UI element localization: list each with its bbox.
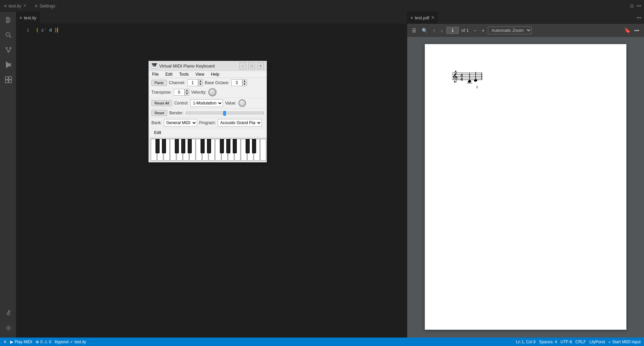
black-key-27[interactable]: [252, 139, 256, 153]
midi-value-knob[interactable]: [238, 99, 246, 107]
tab-close-button[interactable]: ×: [23, 3, 26, 8]
line-numbers: 1: [16, 24, 33, 338]
midi-reset-all-button[interactable]: Reset All: [151, 100, 172, 106]
pdf-page-input[interactable]: [446, 27, 459, 34]
midi-channel-label: Channel:: [169, 80, 185, 85]
black-key-22[interactable]: [233, 139, 237, 153]
piano-keyboard[interactable]: [151, 139, 266, 161]
midi-maximize-button[interactable]: □: [248, 62, 255, 69]
midi-bender-track[interactable]: [186, 112, 264, 114]
token-close-brace: }: [55, 26, 57, 34]
layout-icon[interactable]: ⊟: [630, 3, 634, 8]
activity-bottom: [1, 306, 15, 338]
pdf-prev-page-button[interactable]: ↑: [431, 26, 437, 35]
pdf-sidebar-toggle[interactable]: ☰: [410, 26, 418, 35]
pdf-tab[interactable]: ≡ test.pdf ×: [407, 12, 438, 23]
status-errors[interactable]: ⊗ 0 ⚠ 0: [36, 340, 51, 344]
black-key-25[interactable]: [246, 139, 250, 153]
midi-transpose-up[interactable]: ▲: [185, 89, 189, 92]
activity-icon-lilypond[interactable]: [1, 306, 15, 320]
pdf-more-button[interactable]: •••: [632, 26, 641, 35]
editor-scrollbar[interactable]: [402, 24, 407, 338]
black-key-1[interactable]: [155, 139, 160, 153]
editor-tab-test-ily[interactable]: ≡ test.ily: [16, 12, 40, 23]
notification-label: Start MIDI Input: [612, 340, 641, 344]
editor-content[interactable]: 1 { c ' d } 🎹: [16, 24, 407, 338]
status-encoding[interactable]: UTF-8: [560, 340, 572, 344]
black-key-15[interactable]: [207, 139, 211, 153]
status-position[interactable]: Ln 1, Col 8: [516, 340, 536, 344]
midi-base-octave-down[interactable]: ▼: [242, 83, 247, 86]
pdf-tab-close-button[interactable]: ×: [431, 15, 434, 21]
midi-panic-button[interactable]: Panic: [151, 80, 167, 86]
activity-icon-gear[interactable]: [1, 321, 15, 335]
pdf-zoom-select[interactable]: Automatic Zoom: [488, 26, 532, 34]
activity-icon-run[interactable]: [1, 58, 15, 72]
editor-tabs: ≡ test.ily: [16, 12, 407, 24]
activity-icon-extensions[interactable]: [1, 73, 15, 86]
pdf-search-button[interactable]: 🔍: [420, 26, 430, 35]
midi-bank-row: Bank: General MIDI Program: Acoustic Gra…: [149, 118, 267, 128]
midi-menu-view[interactable]: View: [192, 71, 208, 78]
midi-control-select[interactable]: 1-Modulation: [190, 99, 223, 107]
white-key-17[interactable]: [260, 139, 266, 161]
midi-menu-help[interactable]: Help: [208, 71, 223, 78]
pdf-page-count: of 1: [461, 28, 469, 33]
pdf-more-actions[interactable]: •••: [637, 15, 641, 20]
language-label: LilyPond: [589, 340, 605, 344]
midi-reset-button[interactable]: Reset: [151, 110, 167, 116]
midi-base-octave-up[interactable]: ▲: [242, 79, 247, 83]
midi-transpose-input[interactable]: [174, 89, 185, 96]
midi-transpose-spinner[interactable]: ▲ ▼: [174, 89, 189, 96]
pdf-tab-spacer: [438, 12, 634, 23]
status-notification[interactable]: ● Start MIDI Input: [608, 340, 641, 344]
midi-channel-spinner[interactable]: ▲ ▼: [187, 79, 203, 86]
midi-channel-input[interactable]: [187, 79, 198, 86]
activity-icon-search[interactable]: [1, 28, 15, 42]
midi-menu-edit[interactable]: Edit: [162, 71, 176, 78]
midi-menu-tools[interactable]: Tools: [176, 71, 192, 78]
midi-close-button[interactable]: ×: [257, 62, 264, 69]
black-key-3[interactable]: [162, 139, 166, 153]
black-key-8[interactable]: [181, 139, 185, 153]
status-language[interactable]: LilyPond: [589, 340, 605, 344]
midi-program-select[interactable]: Acoustic Grand Piano: [218, 119, 262, 127]
status-play-midi[interactable]: ▶ Play MIDI: [10, 340, 32, 344]
midi-minimize-button[interactable]: −: [240, 62, 246, 69]
midi-channel-down[interactable]: ▼: [198, 83, 203, 86]
midi-bank-select[interactable]: General MIDI: [164, 119, 197, 127]
black-key-18[interactable]: [220, 139, 224, 153]
pdf-zoom-out-button[interactable]: −: [472, 26, 478, 35]
pdf-content[interactable]: 𝄞 4 4 𝄽: [407, 37, 644, 338]
black-key-6[interactable]: [175, 139, 179, 153]
midi-title-bar[interactable]: 🎹 Virtual MIDI Piano Keyboard − □ ×: [149, 61, 267, 71]
pdf-next-page-button[interactable]: ↓: [439, 26, 445, 35]
midi-bender-thumb[interactable]: [223, 111, 226, 116]
midi-base-octave-spinner[interactable]: ▲ ▼: [231, 79, 247, 86]
midi-transpose-down[interactable]: ▼: [185, 92, 189, 96]
tab-test-ily[interactable]: ≡ test.ily ×: [0, 0, 31, 12]
svg-point-17: [7, 327, 9, 329]
status-line-ending[interactable]: CRLF: [575, 340, 586, 344]
midi-base-octave-input[interactable]: [231, 79, 242, 86]
status-lilypond[interactable]: lilypond ✓ test.ily: [55, 340, 86, 344]
tab-settings[interactable]: ≡ Settings: [31, 0, 60, 12]
activity-icon-source-control[interactable]: [1, 43, 15, 57]
midi-menu-file[interactable]: File: [149, 71, 162, 78]
pdf-bookmark-icon[interactable]: 🔖: [624, 27, 631, 34]
pdf-tab-bar: ≡ test.pdf × •••: [407, 12, 644, 24]
midi-channel-up[interactable]: ▲: [198, 79, 203, 83]
black-key-10[interactable]: [188, 139, 192, 153]
black-key-20[interactable]: [226, 139, 230, 153]
black-key-13[interactable]: [201, 139, 205, 153]
pdf-zoom-in-button[interactable]: +: [480, 26, 486, 35]
more-actions-icon[interactable]: •••: [637, 3, 641, 8]
status-spaces[interactable]: Spaces: 4: [539, 340, 557, 344]
activity-icon-files[interactable]: [1, 13, 15, 27]
midi-velocity-knob[interactable]: [208, 88, 216, 96]
midi-edit-label[interactable]: Edit: [151, 130, 164, 136]
status-error-count[interactable]: ✕: [3, 340, 7, 344]
pdf-tab-actions: •••: [634, 12, 644, 23]
svg-rect-12: [5, 77, 8, 79]
tab-icon: ≡: [4, 3, 7, 8]
